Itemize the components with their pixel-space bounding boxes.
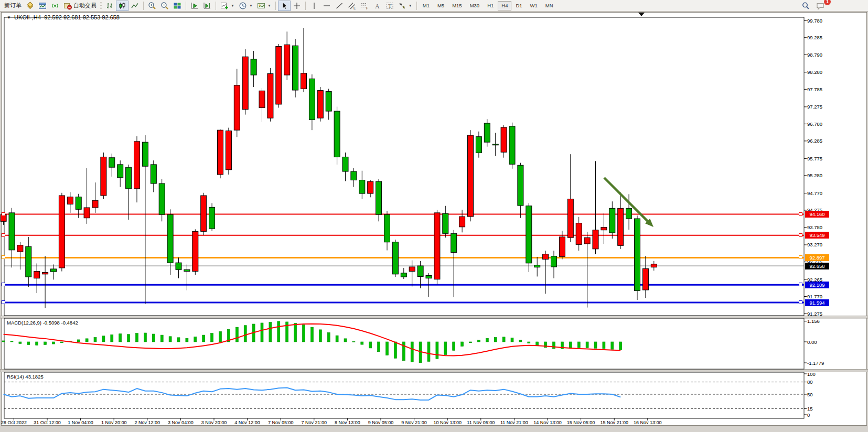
new-chart-icon [220, 2, 229, 10]
symbol-dropdown-icon[interactable]: ▼ [7, 15, 11, 20]
chart-shift-button[interactable] [201, 1, 213, 11]
hline-handle-93.549[interactable] [2, 233, 5, 237]
date-axis-label: 11 Nov 05:00 [463, 420, 499, 425]
date-axis-label: 9 Nov 05:00 [362, 420, 399, 425]
notification-badge[interactable]: 1 [824, 0, 831, 5]
date-axis-label: 15 Nov 21:00 [596, 420, 633, 425]
fibonacci-tool-button[interactable]: F [358, 1, 371, 11]
date-axis-label: 7 Nov 21:00 [296, 420, 333, 425]
price-axis-label: 97.275 [807, 104, 822, 110]
toolbar-separator [186, 2, 186, 10]
vline-tool-button[interactable] [308, 1, 320, 11]
main-toolbar: 新订单 自动交易 ▼ ▼ [0, 0, 868, 12]
toolbar-right-group: 1 [799, 1, 866, 11]
date-axis-label: 7 Nov 05:00 [262, 420, 299, 425]
date-axis-label: 14 Nov 13:00 [529, 420, 566, 425]
new-chart-button[interactable]: ▼ [218, 1, 237, 11]
tile-windows-icon [173, 2, 181, 10]
equidistant-channel-icon: E [348, 2, 356, 10]
zoom-out-icon [160, 2, 169, 10]
orders-icon [26, 2, 34, 10]
chart-ohlc-values: 92.592 92.681 92.553 92.658 [44, 14, 120, 20]
text-tool-button[interactable]: A [371, 1, 383, 11]
zoom-in-button[interactable] [146, 1, 158, 11]
timeframe-MN[interactable]: MN [542, 1, 557, 10]
macd-axis-label: 1.156 [807, 318, 820, 324]
label-tool-button[interactable]: T [383, 1, 396, 11]
date-axis-label: 3 Nov 04:00 [162, 420, 199, 425]
price-axis-label: 98.280 [807, 69, 822, 75]
zoom-out-button[interactable] [158, 1, 171, 11]
orders-button[interactable] [24, 1, 36, 11]
date-axis-label: 31 Oct 12:00 [29, 420, 66, 425]
chart-candles-icon [118, 2, 126, 10]
tile-windows-button[interactable] [171, 1, 184, 11]
svg-text:T: T [388, 3, 392, 9]
timeframe-M15[interactable]: M15 [448, 1, 465, 10]
hline-handle-92.897[interactable] [2, 255, 5, 259]
hline-tool-button[interactable] [320, 1, 333, 11]
shapes-tool-button[interactable]: ▼ [396, 1, 414, 11]
date-axis-label: 16 Nov 13:00 [629, 420, 666, 425]
price-axis-label: 94.770 [807, 190, 822, 196]
date-axis-label: 1 Nov 04:00 [62, 420, 99, 425]
hline-handle-91.594[interactable] [2, 300, 5, 304]
hline-handle-92.109[interactable] [799, 283, 802, 286]
rsi-axis-label: 100 [807, 371, 816, 377]
signals-button[interactable] [49, 1, 61, 11]
market-watch-button[interactable] [36, 1, 49, 11]
toolbar-separator [216, 2, 216, 10]
channel-tool-button[interactable]: E [346, 1, 358, 11]
date-axis-label: 10 Nov 13:00 [429, 420, 466, 425]
timeframe-D1[interactable]: D1 [512, 1, 526, 10]
autotrade-button[interactable]: 自动交易 [61, 1, 99, 11]
search-icon [801, 2, 810, 10]
date-axis-label: 11 Nov 21:00 [496, 420, 532, 425]
chart-autoscroll-button[interactable] [188, 1, 201, 11]
timeframe-H1[interactable]: H1 [484, 1, 497, 10]
price-tag-93.549: 93.549 [805, 232, 829, 239]
new-order-label: 新订单 [4, 2, 22, 9]
price-axis-label: 99.780 [807, 18, 822, 24]
price-axis-label: 95.280 [807, 172, 822, 178]
hline-handle-94.160[interactable] [2, 212, 5, 216]
timeframe-M30[interactable]: M30 [466, 1, 483, 10]
cursor-icon [280, 2, 288, 10]
cursor-tool-button[interactable] [278, 1, 291, 11]
price-axis-label: 99.285 [807, 35, 822, 40]
chart-line-button[interactable] [128, 1, 141, 11]
svg-text:A: A [375, 2, 380, 9]
period-button[interactable]: ▼ [237, 1, 255, 11]
timeframe-M1[interactable]: M1 [419, 1, 433, 10]
chart-bars-icon [105, 2, 114, 10]
template-button[interactable]: ▼ [255, 1, 273, 11]
toolbar-separator [143, 2, 144, 10]
hline-handle-93.549[interactable] [799, 233, 802, 237]
chart-window[interactable] [1, 12, 867, 426]
date-axis-label: 8 Nov 13:00 [329, 420, 366, 425]
chart-shift-icon [203, 2, 211, 10]
chart-bars-button[interactable] [103, 1, 116, 11]
timeframe-H4[interactable]: H4 [498, 1, 511, 10]
hline-handle-92.897[interactable] [799, 255, 802, 259]
signals-icon [51, 2, 59, 10]
trendline-icon [335, 2, 344, 10]
crosshair-tool-button[interactable] [291, 1, 303, 11]
hline-handle-92.109[interactable] [2, 283, 5, 286]
new-order-button[interactable]: 新订单 [2, 1, 24, 11]
hline-handle-91.594[interactable] [799, 300, 802, 304]
rsi-indicator-label: RSI(14) 43.1825 [7, 374, 44, 380]
date-axis-label: 9 Nov 21:00 [396, 420, 433, 425]
timeframe-M5[interactable]: M5 [434, 1, 448, 10]
price-axis-label: 91.275 [807, 311, 822, 317]
trendline-tool-button[interactable] [333, 1, 346, 11]
timeframe-W1[interactable]: W1 [527, 1, 541, 10]
price-tag-92.109: 92.109 [805, 282, 829, 288]
rsi-axis-label: 15 [807, 406, 813, 412]
price-tag-94.160: 94.160 [805, 211, 829, 218]
hline-handle-94.160[interactable] [799, 212, 802, 216]
date-axis-label: 3 Nov 20:00 [196, 420, 232, 425]
search-button[interactable] [799, 1, 812, 11]
price-axis-label: 93.270 [807, 242, 822, 247]
chart-candles-button[interactable] [116, 1, 128, 11]
